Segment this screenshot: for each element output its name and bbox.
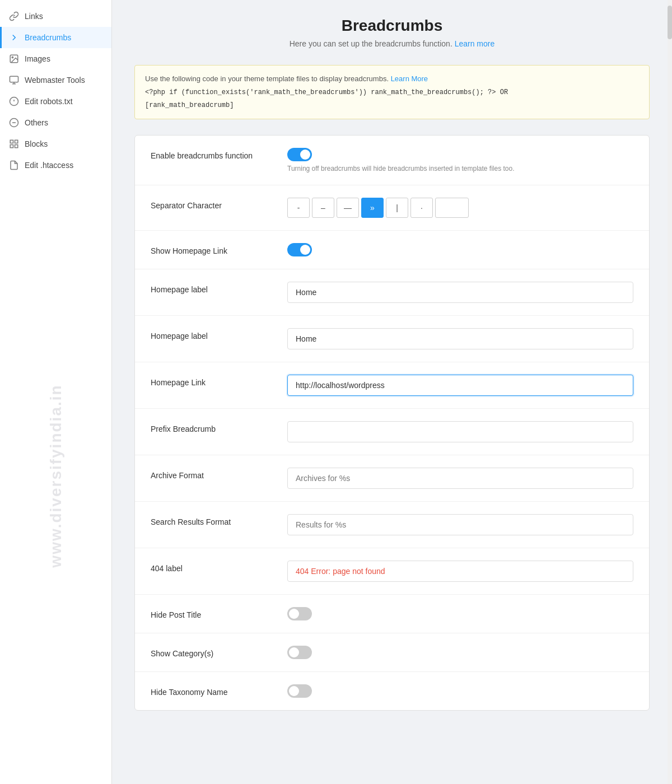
sidebar-item-blocks[interactable]: Blocks: [0, 133, 111, 155]
htaccess-icon: [9, 160, 19, 170]
homepage-label1-row: Homepage label: [135, 269, 649, 316]
show-homepage-control: [287, 243, 633, 256]
sidebar-item-webmaster-tools[interactable]: Webmaster Tools: [0, 69, 111, 91]
homepage-label2-input[interactable]: [287, 328, 633, 349]
archive-format-input[interactable]: [287, 468, 633, 489]
enable-breadcrumbs-control: Turning off breadcrumbs will hide breadc…: [287, 148, 633, 172]
robots-icon: [9, 96, 19, 106]
homepage-label2-label: Homepage label: [151, 328, 274, 340]
sidebar-item-webmaster-label: Webmaster Tools: [25, 76, 85, 85]
show-homepage-toggle[interactable]: [287, 243, 312, 256]
enable-breadcrumbs-description: Turning off breadcrumbs will hide breadc…: [287, 165, 633, 172]
code-snippet-line2: [rank_math_breadcrumb]: [145, 100, 639, 111]
hide-post-title-row: Hide Post Title: [135, 595, 649, 633]
learn-more-link[interactable]: Learn more: [455, 39, 495, 48]
sidebar-item-blocks-label: Blocks: [25, 139, 48, 148]
sidebar-item-breadcrumbs-label: Breadcrumbs: [25, 33, 71, 42]
watermark: www.diversifyindia.in: [0, 168, 111, 784]
svg-rect-11: [15, 140, 18, 143]
search-results-input[interactable]: [287, 514, 633, 535]
archive-format-control: [287, 468, 633, 489]
separator-control: - – — » | ·: [287, 198, 633, 218]
sidebar-item-edit-robots[interactable]: Edit robots.txt: [0, 91, 111, 112]
webmaster-icon: [9, 75, 19, 85]
show-category-label: Show Category(s): [151, 646, 274, 658]
label-404-input[interactable]: [287, 561, 633, 582]
main-content: Breadcrumbs Here you can set up the brea…: [112, 0, 672, 784]
enable-breadcrumbs-label: Enable breadcrumbs function: [151, 148, 274, 160]
search-results-label: Search Results Format: [151, 514, 274, 526]
sep-btn-mdash[interactable]: —: [337, 198, 359, 218]
show-homepage-label: Show Homepage Link: [151, 243, 274, 255]
hide-post-title-toggle[interactable]: [287, 607, 312, 620]
show-category-toggle[interactable]: [287, 646, 312, 659]
page-title: Breadcrumbs: [134, 17, 650, 35]
search-results-row: Search Results Format: [135, 502, 649, 548]
separator-label: Separator Character: [151, 198, 274, 210]
svg-rect-12: [15, 145, 18, 148]
show-category-control: [287, 646, 633, 659]
enable-breadcrumbs-row: Enable breadcrumbs function Turning off …: [135, 136, 649, 185]
archive-format-row: Archive Format: [135, 455, 649, 502]
prefix-breadcrumb-label: Prefix Breadcrumb: [151, 421, 274, 433]
svg-point-1: [12, 57, 13, 58]
separator-group: - – — » | ·: [287, 198, 633, 218]
homepage-label2-control: [287, 328, 633, 349]
images-icon: [9, 54, 19, 64]
homepage-label2-row: Homepage label: [135, 316, 649, 362]
svg-rect-2: [10, 76, 18, 82]
sep-btn-custom[interactable]: [435, 198, 469, 218]
hide-taxonomy-row: Hide Taxonomy Name: [135, 672, 649, 710]
prefix-breadcrumb-input[interactable]: [287, 421, 633, 442]
search-results-control: [287, 514, 633, 535]
sidebar-item-robots-label: Edit robots.txt: [25, 97, 73, 106]
sidebar-item-images-label: Images: [25, 54, 50, 63]
code-snippet-line1: <?php if (function_exists('rank_math_the…: [145, 87, 639, 98]
sep-btn-pipe[interactable]: |: [386, 198, 408, 218]
hide-taxonomy-toggle[interactable]: [287, 684, 312, 698]
settings-card: Enable breadcrumbs function Turning off …: [134, 135, 650, 711]
toggle-slider-homepage: [287, 243, 312, 256]
blocks-icon: [9, 139, 19, 149]
sidebar-item-images[interactable]: Images: [0, 48, 111, 69]
scrollbar-thumb[interactable]: [668, 6, 672, 39]
sidebar: www.diversifyindia.in Links Breadcrumbs …: [0, 0, 112, 784]
sidebar-item-links-label: Links: [25, 12, 43, 21]
enable-breadcrumbs-toggle[interactable]: [287, 148, 312, 161]
homepage-link-input[interactable]: [287, 375, 633, 396]
homepage-label1-label: Homepage label: [151, 282, 274, 294]
sidebar-item-others-label: Others: [25, 118, 48, 127]
sidebar-item-others[interactable]: Others: [0, 112, 111, 133]
scrollbar-track[interactable]: [668, 0, 672, 784]
svg-rect-10: [10, 140, 13, 143]
hide-taxonomy-control: [287, 684, 633, 698]
sidebar-item-breadcrumbs[interactable]: Breadcrumbs: [0, 27, 111, 48]
show-category-row: Show Category(s): [135, 633, 649, 672]
sep-btn-ndash[interactable]: –: [312, 198, 334, 218]
homepage-label1-input[interactable]: [287, 282, 633, 303]
sep-btn-hyphen[interactable]: -: [287, 198, 310, 218]
toggle-slider: [287, 148, 312, 161]
sidebar-item-edit-htaccess[interactable]: Edit .htaccess: [0, 155, 111, 176]
page-subtitle: Here you can set up the breadcrumbs func…: [134, 39, 650, 48]
prefix-breadcrumb-row: Prefix Breadcrumb: [135, 409, 649, 455]
separator-row: Separator Character - – — » | ·: [135, 185, 649, 231]
toggle-slider-hide-post: [287, 607, 312, 620]
sep-btn-raquo[interactable]: »: [361, 198, 384, 218]
homepage-link-control: [287, 375, 633, 396]
homepage-label1-control: [287, 282, 633, 303]
prefix-breadcrumb-control: [287, 421, 633, 442]
homepage-link-label: Homepage Link: [151, 375, 274, 387]
hide-post-title-label: Hide Post Title: [151, 607, 274, 619]
links-icon: [9, 11, 19, 21]
sidebar-item-links[interactable]: Links: [0, 6, 111, 27]
toggle-slider-hide-taxonomy: [287, 684, 312, 698]
hide-taxonomy-label: Hide Taxonomy Name: [151, 684, 274, 697]
sep-btn-dot[interactable]: ·: [410, 198, 433, 218]
info-box: Use the following code in your theme tem…: [134, 65, 650, 119]
toggle-slider-show-category: [287, 646, 312, 659]
archive-format-label: Archive Format: [151, 468, 274, 480]
label-404-row: 404 label: [135, 548, 649, 595]
info-learn-more-link[interactable]: Learn More: [391, 74, 428, 83]
svg-rect-13: [10, 145, 13, 148]
